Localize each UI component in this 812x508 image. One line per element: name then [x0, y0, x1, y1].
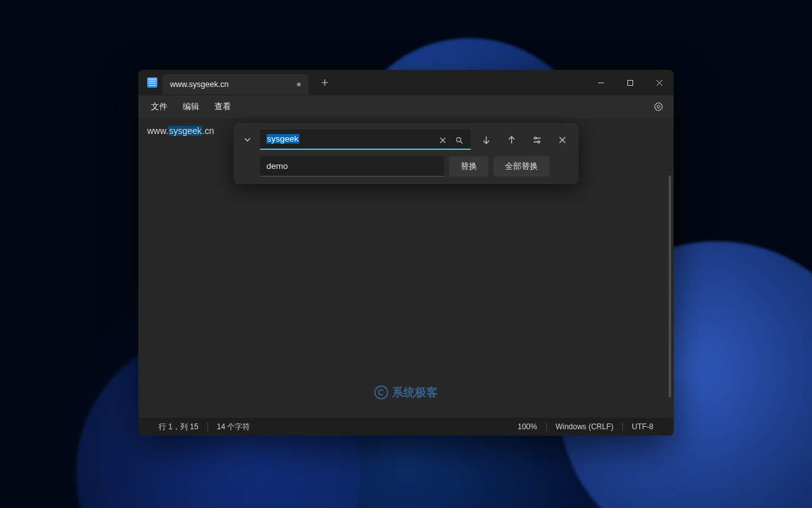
svg-point-1: [457, 138, 461, 142]
menu-edit[interactable]: 编辑: [175, 97, 207, 116]
document-tab[interactable]: www.sysgeek.cn: [162, 74, 308, 95]
watermark-icon: [374, 385, 388, 399]
menubar: 文件 编辑 查看: [138, 95, 674, 118]
collapse-toggle-button[interactable]: [240, 130, 255, 149]
svg-point-3: [537, 140, 539, 142]
watermark: 系统极客: [374, 385, 438, 400]
search-button[interactable]: [452, 133, 467, 147]
menu-file[interactable]: 文件: [143, 97, 175, 116]
replace-input[interactable]: [260, 156, 444, 177]
close-icon: [439, 137, 447, 144]
plus-icon: [321, 79, 329, 86]
menu-view[interactable]: 查看: [207, 97, 239, 116]
titlebar: www.sysgeek.cn: [138, 70, 674, 95]
minimize-button[interactable]: [586, 70, 615, 95]
close-window-button[interactable]: [645, 70, 674, 95]
find-row: sysgeek: [240, 130, 572, 150]
search-input-wrap: sysgeek: [260, 130, 471, 150]
status-zoom[interactable]: 100%: [509, 422, 546, 431]
find-replace-panel: sysgeek: [233, 123, 579, 184]
chevron-down-icon: [244, 136, 251, 144]
editor-area[interactable]: www.sysgeek.cn sysgeek: [138, 118, 674, 418]
status-line-ending[interactable]: Windows (CRLF): [547, 422, 622, 431]
close-icon: [558, 135, 567, 145]
close-icon: [656, 79, 663, 86]
tab-title: www.sysgeek.cn: [170, 80, 228, 89]
svg-rect-0: [627, 80, 632, 85]
new-tab-button[interactable]: [313, 72, 336, 93]
settings-button[interactable]: [648, 98, 669, 116]
vertical-scrollbar[interactable]: [669, 175, 671, 398]
sliders-icon: [532, 135, 542, 145]
find-next-button[interactable]: [476, 130, 496, 150]
maximize-button[interactable]: [615, 70, 645, 95]
clear-search-button[interactable]: [435, 133, 450, 147]
statusbar: 行 1，列 15 14 个字符 100% Windows (CRLF) UTF-…: [138, 418, 674, 436]
replace-button[interactable]: 替换: [449, 156, 488, 177]
text-highlight: sysgeek: [168, 126, 202, 136]
replace-all-button[interactable]: 全部替换: [494, 156, 549, 177]
maximize-icon: [627, 79, 634, 86]
text-suffix: .cn: [202, 126, 214, 136]
replace-row: 替换 全部替换: [240, 156, 572, 177]
close-find-button[interactable]: [552, 130, 572, 150]
status-cursor-position[interactable]: 行 1，列 15: [150, 422, 207, 432]
modified-indicator-icon: [297, 83, 301, 86]
text-prefix: www.: [147, 126, 168, 136]
search-options-button[interactable]: [527, 130, 547, 150]
find-previous-button[interactable]: [501, 130, 521, 150]
notepad-icon: [147, 77, 157, 88]
minimize-icon: [598, 79, 605, 86]
gear-icon: [653, 102, 664, 112]
watermark-text: 系统极客: [392, 385, 438, 400]
svg-point-2: [534, 137, 536, 138]
arrow-up-icon: [507, 135, 516, 145]
search-icon: [455, 137, 463, 144]
arrow-down-icon: [481, 135, 491, 145]
notepad-window: www.sysgeek.cn 文件 编辑 查看 www.sysgeek.cn: [138, 70, 674, 436]
status-char-count: 14 个字符: [208, 422, 259, 432]
window-controls: [586, 70, 674, 95]
search-input-icons: [435, 133, 467, 147]
status-encoding[interactable]: UTF-8: [623, 422, 662, 431]
